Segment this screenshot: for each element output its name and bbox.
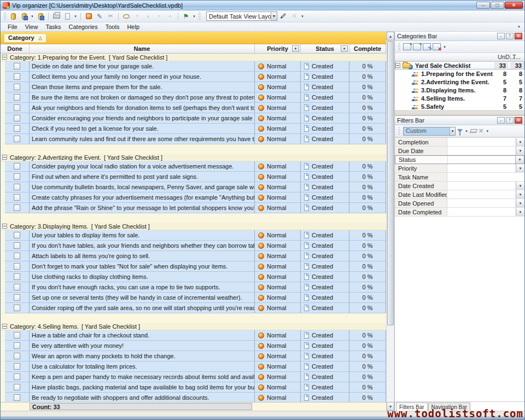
total-column-header[interactable]: T... — [511, 53, 524, 60]
column-header-done[interactable]: Done — [1, 44, 30, 53]
menu-item-help[interactable]: Help — [123, 23, 143, 31]
apply-layout-icon[interactable]: 🖉 — [278, 11, 288, 21]
collapse-group-icon[interactable] — [2, 55, 7, 60]
task-row[interactable]: Consider encouraging your friends and ne… — [1, 113, 386, 124]
task-row[interactable]: Add the phrase "Rain or Shine" to your m… — [1, 203, 386, 213]
categories-restore-icon[interactable]: ▫ — [497, 33, 505, 39]
filter-value-field[interactable] — [447, 147, 516, 155]
collapse-group-icon[interactable] — [2, 224, 7, 229]
task-checkbox[interactable] — [14, 284, 20, 290]
new-category-icon[interactable]: + — [403, 43, 411, 50]
column-header-name[interactable]: Name — [30, 44, 255, 53]
filter-value-dropdown-icon[interactable]: ▼ — [516, 164, 524, 172]
panel-splitter[interactable] — [395, 110, 524, 116]
task-checkbox[interactable] — [14, 384, 20, 390]
filter-value-field[interactable] — [447, 190, 516, 199]
task-checkbox[interactable] — [14, 136, 20, 142]
column-header-priority[interactable]: Priority▼ — [255, 44, 301, 53]
delete-filter-icon[interactable]: ✕ — [479, 127, 483, 135]
filter-row-status[interactable]: Status▼ — [395, 155, 524, 164]
filters-pin-icon[interactable]: ⊤ — [506, 117, 514, 124]
task-row[interactable]: Consider roping off the yard sale area, … — [1, 303, 386, 313]
move-up-icon[interactable]: ▲ — [143, 11, 153, 21]
collapse-tree-icon[interactable] — [395, 63, 400, 68]
task-row[interactable]: Use a calculator for totaling item price… — [1, 361, 386, 372]
delete-category-icon[interactable]: ✕ — [433, 43, 441, 50]
task-row[interactable]: Collect items you and your family no lon… — [1, 72, 386, 82]
filter-value-dropdown-icon[interactable]: ▼ — [516, 147, 524, 155]
column-header-complete[interactable]: Complete — [349, 44, 386, 53]
complete-flag-icon[interactable]: ⚑ — [181, 11, 191, 21]
task-checkbox[interactable] — [14, 173, 20, 180]
open-dropdown-icon[interactable]: ▾ — [30, 14, 34, 19]
task-checkbox[interactable] — [14, 363, 20, 370]
task-checkbox[interactable] — [14, 242, 20, 249]
tree-category-row[interactable]: 1.Preparing for the Event.88 — [395, 69, 524, 78]
task-checkbox[interactable] — [14, 394, 20, 401]
collapse-group-icon[interactable] — [2, 324, 7, 329]
task-row[interactable]: Learn community rules and find out if th… — [1, 134, 386, 144]
tree-category-row[interactable]: 4.Selling Items.77 — [395, 94, 524, 102]
filter-value-field[interactable] — [447, 164, 516, 172]
filter-value-dropdown-icon[interactable]: ▼ — [516, 138, 524, 146]
task-row[interactable]: Have a table and chair for a checkout st… — [1, 330, 386, 341]
scrollbar-track[interactable] — [387, 326, 394, 402]
task-row[interactable]: Have plastic bags, packing material and … — [1, 382, 386, 393]
menu-item-view[interactable]: View — [21, 23, 42, 31]
print-dropdown-icon[interactable]: ▾ — [73, 14, 78, 19]
task-row[interactable]: Use community bulletin boards, local new… — [1, 182, 386, 192]
task-checkbox[interactable] — [14, 184, 20, 190]
new-task-icon[interactable] — [84, 11, 94, 21]
task-checkbox[interactable] — [14, 205, 20, 211]
task-checkbox[interactable] — [14, 263, 20, 270]
task-checkbox[interactable] — [14, 332, 20, 339]
filter-row-date-last-modified[interactable]: Date Last Modified▼ — [395, 190, 524, 199]
collapse-group-icon[interactable] — [2, 155, 7, 160]
task-checkbox[interactable] — [14, 84, 20, 90]
task-row[interactable]: Check if you need to get a license for y… — [1, 124, 386, 134]
task-row[interactable]: Be ready to negotiate with shoppers and … — [1, 393, 386, 402]
filter-row-date-completed[interactable]: Date Completed▼ — [395, 208, 524, 217]
filter-value-field[interactable] — [447, 199, 516, 207]
save-database-icon[interactable] — [36, 11, 45, 21]
menubar-overflow-icon[interactable]: ▾ — [517, 25, 521, 29]
filter-dropdown-icon[interactable]: ▾ — [464, 129, 469, 133]
filter-row-completion[interactable]: Completion▼ — [395, 138, 524, 147]
tree-root-row[interactable]: Yard Sale Checklist3333 — [395, 61, 524, 69]
task-checkbox[interactable] — [14, 163, 20, 170]
task-checkbox[interactable] — [14, 273, 20, 280]
delete-task-icon[interactable]: ✂ — [106, 11, 115, 21]
filter-value-field[interactable] — [448, 156, 515, 164]
filter-row-priority[interactable]: Priority▼ — [395, 164, 524, 173]
scroll-up-icon[interactable]: ▲ — [387, 32, 394, 40]
filter-value-dropdown-icon[interactable]: ▼ — [516, 190, 524, 199]
filter-value-dropdown-icon[interactable]: ▼ — [516, 208, 524, 216]
task-row[interactable]: Decide on date and time for your garage … — [1, 61, 386, 72]
tree-category-row[interactable]: 5.Safety55 — [395, 102, 524, 110]
task-row[interactable]: Keep a pen and paper handy to make neces… — [1, 372, 386, 382]
categories-pin-icon[interactable]: ⊤ — [506, 33, 514, 39]
filter-value-dropdown-icon[interactable]: ▼ — [516, 199, 524, 207]
task-row[interactable]: Don't forget to mark your tables "Not fo… — [1, 261, 386, 272]
priority-filter-dropdown-icon[interactable]: ▼ — [292, 45, 299, 52]
tree-category-row[interactable]: 3.Displaying Items.88 — [395, 86, 524, 94]
menu-item-tasks[interactable]: Tasks — [42, 23, 65, 31]
filters-restore-icon[interactable]: ▫ — [497, 117, 505, 124]
filters-close-icon[interactable]: ✕ — [515, 117, 522, 124]
tree-column-headers[interactable]: UnD... T... — [395, 53, 524, 61]
delete-layout-icon[interactable]: ✕ — [289, 11, 299, 21]
minimize-button[interactable]: — — [476, 2, 490, 9]
menu-item-file[interactable]: File — [4, 23, 21, 31]
filter-preset-dropdown-icon[interactable]: ▼ — [450, 127, 455, 135]
group-header-row[interactable]: Category: 3.Displaying Items.[ Yard Sale… — [1, 223, 386, 230]
filter-row-task-name[interactable]: Task Name — [395, 173, 524, 182]
clear-filter-icon[interactable] — [470, 129, 478, 133]
filter-value-dropdown-icon[interactable]: ▼ — [516, 182, 524, 190]
print-preview-icon[interactable] — [62, 11, 72, 21]
filter-value-field[interactable] — [447, 138, 516, 146]
filter-row-due-date[interactable]: Due Date▼ — [395, 147, 524, 155]
task-checkbox[interactable] — [14, 94, 20, 101]
apply-filter-icon[interactable] — [457, 129, 463, 133]
task-row[interactable]: Be sure the items are not broken or dama… — [1, 92, 386, 103]
status-filter-dropdown-icon[interactable]: ▼ — [341, 45, 348, 52]
